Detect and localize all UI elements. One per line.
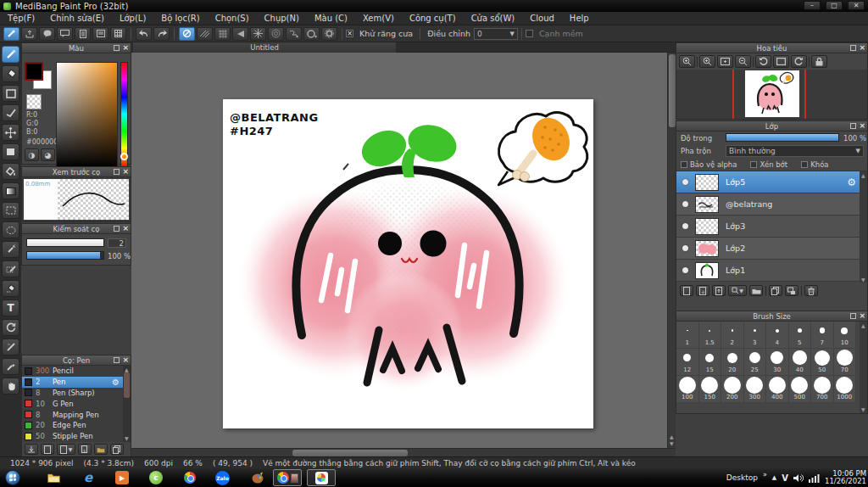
brush-size-cell[interactable]: 150 xyxy=(699,376,722,403)
menu-snap[interactable]: Chụp(N) xyxy=(257,12,307,25)
layer-row-lop2[interactable]: Lớp2 xyxy=(676,238,861,260)
maximize-button[interactable]: □ xyxy=(826,1,843,10)
lock-button[interactable] xyxy=(811,55,827,68)
brush-size-cell[interactable]: 15 xyxy=(699,349,722,376)
brush-new-menu-button[interactable]: ▼ xyxy=(57,444,75,455)
toolbar-chevron[interactable]: » xyxy=(763,471,767,479)
close-icon[interactable]: × xyxy=(859,44,865,52)
snap-concentric-button[interactable] xyxy=(268,27,284,41)
horizontal-scroll-thumb[interactable] xyxy=(292,450,408,456)
menu-cloud[interactable]: Cloud xyxy=(522,12,562,25)
layer-visibility-dot[interactable] xyxy=(682,267,688,273)
brush-size-scrollbar[interactable]: ▲ ▼ xyxy=(860,322,867,413)
layer-row-lop3[interactable]: Lớp3 xyxy=(676,216,861,238)
layer-merge-button[interactable] xyxy=(785,285,798,296)
redo-button[interactable] xyxy=(153,27,170,41)
brush-item-g-pen[interactable]: 10 G Pen xyxy=(22,398,123,409)
layer-visibility-dot[interactable] xyxy=(682,245,688,251)
brush-size-cell[interactable]: 50 xyxy=(811,349,834,376)
foreground-color-swatch[interactable] xyxy=(25,62,43,81)
layer-duplicate-button[interactable]: a xyxy=(696,285,709,296)
comment-button[interactable] xyxy=(39,27,55,41)
brush-item-mapping-pen[interactable]: 8 Mapping Pen xyxy=(22,409,123,420)
hand-tool[interactable] xyxy=(2,378,19,395)
snap-curve-button[interactable] xyxy=(286,27,302,41)
reset-rotation-button[interactable] xyxy=(773,55,789,68)
zoom-out-button[interactable] xyxy=(735,55,751,68)
lasso-tool[interactable] xyxy=(2,221,19,238)
brush-copy-button[interactable] xyxy=(110,444,124,455)
start-button[interactable] xyxy=(5,470,20,485)
layer-row-lop5[interactable]: Lớp5 ⚙ xyxy=(676,171,861,193)
text-tool[interactable]: T xyxy=(2,299,19,316)
layer-settings-gear-icon[interactable]: ⚙ xyxy=(847,176,856,188)
minimize-button[interactable]: – xyxy=(804,1,821,10)
chrome-icon[interactable] xyxy=(183,471,197,484)
rotate-ccw-button[interactable] xyxy=(755,55,771,68)
artwork-canvas[interactable]: @BELATRANG #H247 xyxy=(223,99,593,428)
menu-layer[interactable]: Lớp(L) xyxy=(112,12,153,25)
brush-size-cell[interactable]: 40 xyxy=(789,349,812,376)
move-tool[interactable] xyxy=(2,124,19,141)
brush-size-cell[interactable]: 1 xyxy=(676,322,699,349)
popout-icon[interactable] xyxy=(114,357,120,363)
pen-mode-button[interactable] xyxy=(3,27,19,41)
palette-add-button[interactable]: ◕ xyxy=(41,148,55,161)
marquee-tool[interactable] xyxy=(2,85,19,102)
hue-slider-handle[interactable] xyxy=(120,153,128,160)
transparent-color-swatch[interactable] xyxy=(26,94,42,109)
palette-button[interactable]: ◑ xyxy=(25,148,39,161)
menu-file[interactable]: Tệp(F) xyxy=(0,12,42,25)
lock-checkbox[interactable] xyxy=(801,161,808,168)
undo-button[interactable] xyxy=(136,27,152,41)
menu-select[interactable]: Chọn(S) xyxy=(208,12,257,25)
canvas-vertical-scrollbar[interactable]: ▲ ▼ xyxy=(667,53,676,448)
fill-rect-tool[interactable] xyxy=(2,143,19,160)
alpha-protect-checkbox[interactable] xyxy=(681,161,687,168)
brush-size-cell[interactable]: 700 xyxy=(811,376,834,403)
layer-visibility-dot[interactable] xyxy=(682,223,688,229)
layer-row-belatrang[interactable]: @belatrang xyxy=(676,193,861,216)
brush-size-cell[interactable]: 10 xyxy=(834,322,857,349)
brush-opacity-slider[interactable] xyxy=(26,251,104,260)
select-pen-tool[interactable] xyxy=(2,260,19,277)
brush-item-pen[interactable]: 2 Pen ⚙ xyxy=(22,377,123,388)
navigator-preview[interactable] xyxy=(676,70,867,119)
zoom-in-button[interactable] xyxy=(679,55,695,68)
active-app-taskbar-button[interactable] xyxy=(307,469,336,486)
brush-size-cell[interactable]: 2 xyxy=(721,322,744,349)
document-button[interactable] xyxy=(75,27,91,41)
menu-tools[interactable]: Công cụ(T) xyxy=(402,12,464,25)
brush-size-cell[interactable]: 4 xyxy=(766,322,789,349)
brush-list-scrollbar[interactable]: ▲ ▼ xyxy=(123,366,131,442)
layer-folder-button[interactable] xyxy=(749,285,763,296)
hue-slider[interactable] xyxy=(120,62,128,168)
saturation-value-picker[interactable] xyxy=(56,62,118,168)
brush-size-cell[interactable]: 1.5 xyxy=(699,322,722,349)
select-eraser-tool[interactable] xyxy=(2,280,19,297)
popout-icon[interactable] xyxy=(850,45,856,51)
close-button[interactable]: ✕ xyxy=(848,1,865,10)
brush-size-cell[interactable]: 400 xyxy=(766,376,789,403)
popout-icon[interactable] xyxy=(850,313,856,319)
brush-size-cell[interactable]: 100 xyxy=(676,376,699,403)
gradient-tool[interactable] xyxy=(2,182,19,199)
vertical-scroll-thumb[interactable] xyxy=(669,54,676,127)
document-tab[interactable]: Untitled xyxy=(133,42,396,53)
layer-new-button[interactable] xyxy=(680,285,693,296)
close-icon[interactable]: × xyxy=(122,44,129,52)
close-icon[interactable]: × xyxy=(122,168,129,176)
brush-size-cell[interactable]: 7 xyxy=(811,322,834,349)
coccoc-browser-icon[interactable]: c xyxy=(149,471,163,484)
list-button[interactable] xyxy=(92,27,108,41)
close-icon[interactable]: × xyxy=(859,122,865,130)
adjust-dropdown[interactable]: 0▼ xyxy=(474,28,518,40)
media-player-icon[interactable]: ▶ xyxy=(115,471,129,484)
desktop-toolbar-label[interactable]: Desktop xyxy=(726,473,758,482)
brush-size-cell[interactable]: 200 xyxy=(721,376,744,403)
menu-filter[interactable]: Bộ lọc(R) xyxy=(153,12,207,25)
clipping-checkbox[interactable] xyxy=(750,161,757,168)
bucket-tool[interactable] xyxy=(2,163,19,180)
layers-scrollbar[interactable]: ▲ ▼ xyxy=(860,171,867,283)
chrome-window-taskbar-button[interactable] xyxy=(273,469,302,486)
